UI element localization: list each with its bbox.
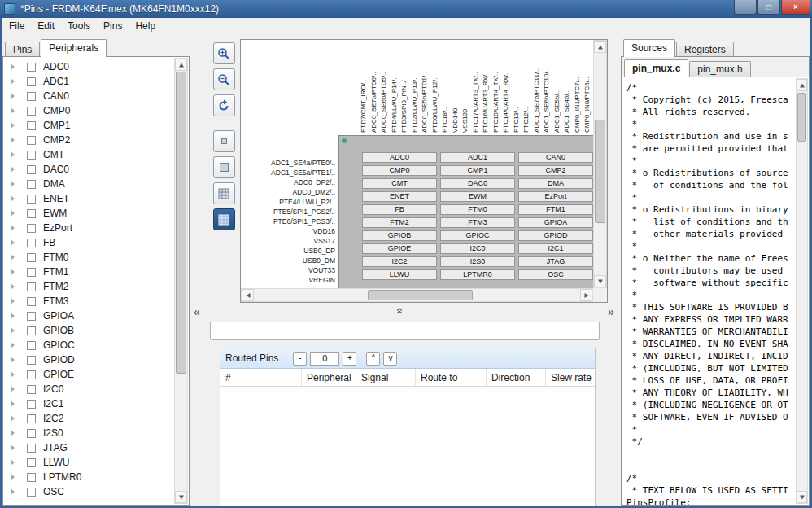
pin-label-top[interactable]: VSS139 xyxy=(461,43,471,133)
package-large-view-button[interactable] xyxy=(213,156,235,178)
pin-label-top[interactable]: PTD3/SPI0_PIN../ xyxy=(399,43,410,133)
pin-label-top[interactable]: VDD140 xyxy=(451,43,461,133)
peripheral-tree-item[interactable]: I2C1 xyxy=(4,396,174,411)
tab-pin-mux-h[interactable]: pin_mux.h xyxy=(689,61,750,77)
scroll-up-button[interactable] xyxy=(797,79,807,91)
pin-label-top[interactable]: PTD4/LLWU_P14/.. xyxy=(390,43,400,133)
pin-label-top[interactable]: ADC0_SE7b/PTD6/.. xyxy=(369,43,380,133)
chip-module[interactable]: LPTMR0 xyxy=(440,269,515,280)
peripheral-tree-item[interactable]: I2C2 xyxy=(4,411,174,426)
chip-module[interactable]: GPIOD xyxy=(518,230,593,241)
pin-label-left[interactable]: ADC0_DM2/.. xyxy=(241,187,335,197)
peripheral-tree-item[interactable]: I2C0 xyxy=(4,382,174,396)
peripheral-tree-item[interactable]: GPIOC xyxy=(4,338,174,353)
peripheral-tree-item[interactable]: GPIOA xyxy=(4,309,174,323)
peripheral-box-icon[interactable] xyxy=(27,414,36,423)
column-header[interactable]: Peripheral xyxy=(302,369,356,386)
peripheral-box-icon[interactable] xyxy=(27,209,36,218)
expand-chevron-icon[interactable] xyxy=(11,269,15,275)
pin-label-left[interactable]: VSS17 xyxy=(241,236,335,246)
scroll-thumb[interactable] xyxy=(368,290,473,300)
tab-pins[interactable]: Pins xyxy=(5,42,40,56)
peripheral-box-icon[interactable] xyxy=(27,400,36,409)
chip-module[interactable]: LLWU xyxy=(362,269,437,280)
tab-pin-mux-c[interactable]: pin_mux.c xyxy=(624,59,688,77)
pin-label-top[interactable]: PTD7/CMT_IRO/.. xyxy=(359,43,369,133)
code-scrollbar[interactable] xyxy=(796,78,808,504)
expand-chevron-icon[interactable] xyxy=(11,371,15,378)
chip-module[interactable]: EWM xyxy=(440,191,515,202)
chip-module[interactable]: I2C0 xyxy=(440,243,515,254)
routed-count-field[interactable]: 0 xyxy=(310,352,339,366)
peripheral-box-icon[interactable] xyxy=(27,429,36,438)
chip-module[interactable]: FB xyxy=(362,204,437,215)
peripheral-tree-item[interactable]: CAN0 xyxy=(4,89,174,103)
minimize-button[interactable]: _ xyxy=(734,0,757,15)
pin-label-left[interactable]: USB0_DP xyxy=(241,246,335,256)
expand-chevron-icon[interactable] xyxy=(11,430,15,436)
scroll-up-button[interactable] xyxy=(175,59,187,71)
routed-pins-table-body[interactable] xyxy=(220,388,595,507)
column-header[interactable]: # xyxy=(220,369,302,386)
expand-chevron-icon[interactable] xyxy=(11,415,15,422)
expand-chevron-icon[interactable] xyxy=(11,327,15,334)
peripheral-tree-item[interactable]: EzPort xyxy=(4,221,174,235)
peripheral-box-icon[interactable] xyxy=(27,253,36,262)
scroll-down-button[interactable] xyxy=(175,491,187,503)
pin-label-top[interactable]: ADC0_SE6b/PTD5/.. xyxy=(379,43,390,133)
pin-label-top[interactable]: PTC16/UART3_RX/.. xyxy=(481,43,491,133)
peripheral-tree-item[interactable]: CMT xyxy=(4,147,174,162)
close-button[interactable]: × xyxy=(781,0,810,15)
chip-module[interactable]: CMP0 xyxy=(362,165,437,176)
peripheral-tree-item[interactable]: GPIOE xyxy=(4,367,174,382)
peripheral-box-icon[interactable] xyxy=(27,92,36,101)
peripheral-box-icon[interactable] xyxy=(27,473,36,482)
expand-chevron-icon[interactable] xyxy=(11,357,15,363)
column-header[interactable]: Route to xyxy=(416,369,487,386)
package-horizontal-scrollbar[interactable] xyxy=(241,288,593,302)
peripheral-box-icon[interactable] xyxy=(27,341,36,350)
pin-label-left[interactable]: ADC1_SE5a/PTE1/.. xyxy=(241,168,335,177)
scroll-left-button[interactable] xyxy=(242,289,254,301)
chip-module[interactable]: ENET xyxy=(362,191,437,202)
menu-item[interactable]: Edit xyxy=(31,19,61,33)
expand-chevron-icon[interactable] xyxy=(11,386,15,392)
menu-item[interactable]: Help xyxy=(129,19,162,33)
chip-module[interactable]: CAN0 xyxy=(518,152,593,163)
scroll-down-button[interactable] xyxy=(797,491,807,503)
pin-label-top[interactable]: PTC14/UART4_RX/.. xyxy=(501,43,512,133)
peripheral-tree-item[interactable]: FTM3 xyxy=(4,294,174,309)
chip-module[interactable]: CMP1 xyxy=(440,165,515,176)
peripheral-tree-item[interactable]: DMA xyxy=(4,177,174,191)
expand-chevron-icon[interactable] xyxy=(11,122,15,129)
peripheral-box-icon[interactable] xyxy=(27,312,36,321)
peripheral-box-icon[interactable] xyxy=(27,458,36,467)
chip-module[interactable]: ADC1 xyxy=(440,152,515,163)
expand-chevron-icon[interactable] xyxy=(11,78,15,85)
expand-chevron-icon[interactable] xyxy=(11,166,15,173)
peripheral-tree-item[interactable]: LPTMR0 xyxy=(4,470,174,484)
peripheral-tree-item[interactable]: JTAG xyxy=(4,440,174,455)
peripheral-box-icon[interactable] xyxy=(27,195,36,204)
peripheral-box-icon[interactable] xyxy=(27,77,36,86)
expand-chevron-icon[interactable] xyxy=(11,210,15,217)
peripheral-box-icon[interactable] xyxy=(27,268,36,277)
menu-item[interactable]: File xyxy=(2,19,31,33)
pin-label-left[interactable]: VREGIN xyxy=(241,275,335,285)
pin-label-left[interactable]: ADC0_DP2/.. xyxy=(241,177,335,187)
package-vertical-scrollbar[interactable] xyxy=(593,40,607,288)
peripheral-tree-item[interactable]: ADC0 xyxy=(4,59,174,74)
peripheral-tree-item[interactable]: LLWU xyxy=(4,455,174,470)
pin-label-left[interactable]: PTE4/LLWU_P2/.. xyxy=(241,197,335,207)
pin-label-top[interactable]: PTC15/UART4_TX/.. xyxy=(491,43,502,133)
expand-chevron-icon[interactable] xyxy=(11,107,15,114)
chip-module[interactable]: FTM0 xyxy=(440,204,515,215)
column-header[interactable]: Slew rate xyxy=(546,369,595,386)
zoom-refresh-button[interactable] xyxy=(213,94,235,116)
pin-label-top[interactable]: ADC1_SE4b/.. xyxy=(562,43,573,133)
pin-label-top[interactable]: PTC18/.. xyxy=(440,43,451,133)
pin-label-top[interactable]: ADC1_SE5b/.. xyxy=(552,43,563,133)
tab-peripherals[interactable]: Peripherals xyxy=(41,39,107,57)
peripheral-tree-item[interactable]: ENET xyxy=(4,191,174,206)
expand-chevron-icon[interactable] xyxy=(11,254,15,261)
